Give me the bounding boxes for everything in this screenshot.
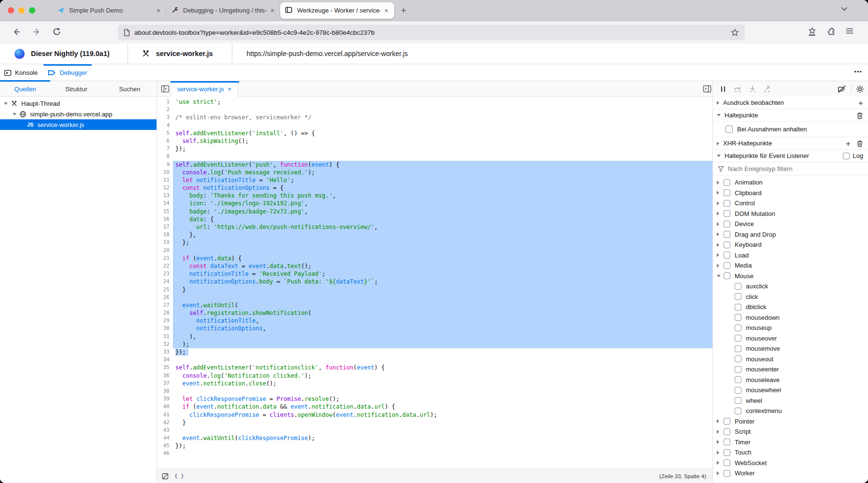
line-number[interactable]: 26: [157, 294, 173, 301]
line-number[interactable]: 44: [157, 434, 173, 442]
code-line[interactable]: 37 event.notification.close();: [157, 380, 712, 387]
bookmarks-tray-icon[interactable]: [808, 27, 817, 36]
line-number[interactable]: 33: [157, 348, 173, 356]
collapse-sources-pane-icon[interactable]: [161, 85, 170, 93]
code-line[interactable]: 17 url: 'https://web.dev/push-notificati…: [157, 223, 712, 231]
line-number[interactable]: 17: [157, 223, 173, 231]
event-label[interactable]: click: [746, 293, 758, 300]
add-watch-expression-button[interactable]: +: [858, 99, 863, 108]
code-line[interactable]: 46: [157, 450, 712, 457]
event-label[interactable]: Pointer: [735, 418, 754, 425]
line-number[interactable]: 23: [157, 270, 173, 278]
section-watch-expressions[interactable]: Ausdruck beobachten +: [713, 97, 868, 109]
code-line[interactable]: 29 notificationTitle,: [157, 317, 712, 325]
event-label[interactable]: dblclick: [746, 303, 767, 311]
code-line[interactable]: 6 self.skipWaiting();: [157, 137, 712, 145]
line-number[interactable]: 45: [157, 442, 173, 450]
line-number[interactable]: 10: [157, 169, 173, 176]
line-number[interactable]: 28: [157, 309, 173, 317]
chevron-down-icon[interactable]: [717, 155, 721, 157]
close-tab-icon[interactable]: ×: [384, 7, 389, 14]
chevron-right-icon[interactable]: [717, 212, 722, 215]
event-label[interactable]: Animation: [735, 179, 763, 186]
line-number[interactable]: 9: [157, 161, 173, 169]
chevron-down-icon[interactable]: [13, 113, 16, 115]
line-number[interactable]: 46: [157, 450, 173, 457]
pretty-print-button[interactable]: { }: [174, 473, 184, 479]
browser-tab-debugging[interactable]: Debugging - Umgebung / this-fi ×: [166, 3, 280, 18]
forward-icon[interactable]: [32, 27, 42, 37]
checkbox[interactable]: [843, 153, 850, 159]
code-editor[interactable]: 1'use strict';23/* eslint-env browser, s…: [157, 97, 712, 469]
line-number[interactable]: 12: [157, 184, 173, 192]
line-number[interactable]: 19: [157, 239, 173, 246]
hamburger-menu-icon[interactable]: [845, 27, 854, 35]
chevron-right-icon[interactable]: [717, 181, 722, 185]
checkbox[interactable]: [724, 449, 730, 456]
event-label[interactable]: auxclick: [746, 283, 768, 290]
checkbox[interactable]: [735, 293, 741, 300]
code-line[interactable]: 27 event.waitUntil(: [157, 301, 712, 309]
event-label[interactable]: Worker: [735, 469, 755, 477]
checkbox[interactable]: [724, 428, 730, 435]
tab-quellen-active[interactable]: Quellen: [0, 81, 50, 97]
code-line[interactable]: 42 }: [157, 419, 712, 426]
list-all-tabs-chevron-icon[interactable]: [841, 7, 848, 11]
code-line[interactable]: 41 clickResponsePromise = clients.openWi…: [157, 411, 712, 419]
event-label[interactable]: Script: [735, 428, 751, 435]
line-number[interactable]: 38: [157, 387, 173, 395]
code-line[interactable]: 38: [157, 387, 712, 395]
code-line[interactable]: 39 let clickResponsePromise = Promise.re…: [157, 395, 712, 403]
tab-debugger-active[interactable]: Debugger: [43, 64, 92, 81]
code-line[interactable]: 10 console.log('Push message received.')…: [157, 169, 712, 176]
line-number[interactable]: 21: [157, 255, 173, 262]
new-tab-button[interactable]: +: [401, 5, 406, 16]
bookmark-star-icon[interactable]: [731, 28, 739, 37]
chevron-right-icon[interactable]: [717, 222, 722, 226]
code-line[interactable]: 13 body: 'Thanks for sending this push m…: [157, 192, 712, 199]
pause-icon[interactable]: [720, 85, 726, 93]
chevron-right-icon[interactable]: [717, 201, 722, 205]
code-area[interactable]: 1'use strict';23/* eslint-env browser, s…: [157, 98, 712, 458]
code-line[interactable]: 14 icon: './images/logo-192x192.png',: [157, 199, 712, 207]
checkbox[interactable]: [735, 355, 741, 362]
url-text[interactable]: about:devtools-toolbox?type=worker&id=e9…: [134, 29, 731, 36]
checkbox[interactable]: [724, 418, 730, 425]
chevron-right-icon[interactable]: [717, 232, 722, 236]
line-number[interactable]: 15: [157, 208, 173, 215]
chevron-down-icon[interactable]: [717, 114, 721, 116]
checkbox[interactable]: [724, 231, 730, 238]
checkbox[interactable]: [735, 408, 741, 414]
event-label[interactable]: Clipboard: [735, 189, 762, 197]
event-label[interactable]: Touch: [735, 449, 752, 456]
chevron-right-icon[interactable]: [717, 191, 722, 195]
code-line[interactable]: 8: [157, 153, 712, 160]
tree-item-main-thread[interactable]: Haupt-Thread: [0, 98, 157, 109]
checkbox[interactable]: [724, 179, 730, 186]
code-line[interactable]: 35self.addEventListener('notificationcli…: [157, 364, 712, 371]
code-line[interactable]: 12 const notificationOptions = {: [157, 184, 712, 192]
line-number[interactable]: 40: [157, 403, 173, 411]
chevron-right-icon[interactable]: [717, 430, 722, 434]
event-label[interactable]: mouseup: [746, 324, 771, 331]
checkbox[interactable]: [735, 325, 741, 331]
event-label[interactable]: Keyboard: [735, 241, 762, 248]
code-line[interactable]: 21 if (event.data) {: [157, 255, 712, 262]
code-line[interactable]: 44 event.waitUntil(clickResponsePromise)…: [157, 434, 712, 442]
line-number[interactable]: 31: [157, 333, 173, 341]
chevron-right-icon[interactable]: [717, 471, 722, 475]
code-line[interactable]: 24 notificationOptions.body = `Push data…: [157, 278, 712, 285]
code-line[interactable]: 30 notificationOptions,: [157, 325, 712, 332]
event-label[interactable]: Media: [735, 262, 752, 269]
step-out-icon[interactable]: [763, 85, 771, 93]
chevron-right-icon[interactable]: [717, 451, 722, 455]
chevron-right-icon[interactable]: [717, 142, 719, 145]
event-label[interactable]: mouseover: [746, 335, 777, 342]
event-filter-input[interactable]: Nach Ereignistyp filtern: [713, 162, 868, 175]
event-label[interactable]: DOM Mutation: [735, 210, 775, 217]
checkbox-label[interactable]: Bei Ausnahmen anhalten: [737, 126, 807, 133]
devtools-meatball-menu-icon[interactable]: •••: [854, 68, 862, 75]
line-number[interactable]: 20: [157, 247, 173, 255]
event-label[interactable]: mouseout: [746, 355, 773, 363]
event-label[interactable]: mousemove: [746, 345, 780, 352]
